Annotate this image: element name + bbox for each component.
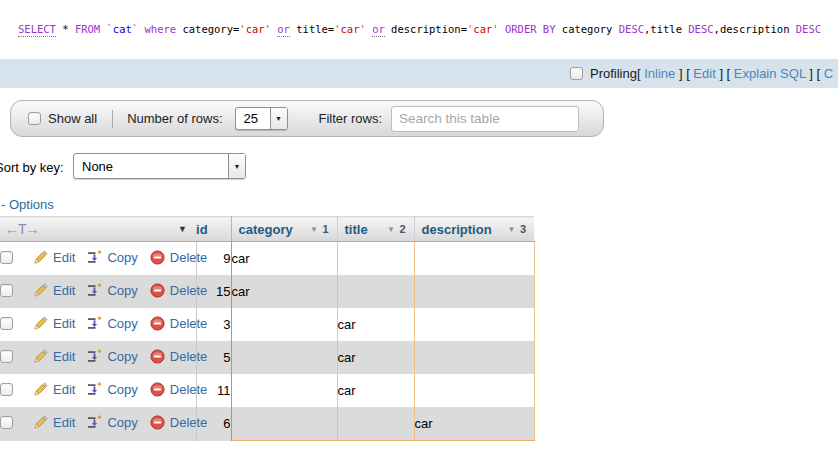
filter-rows-input[interactable] (391, 106, 579, 132)
cell-description: car (414, 407, 534, 441)
description-header-flex: description▾3 (415, 217, 535, 241)
profiling-checkbox[interactable] (570, 67, 583, 80)
relational-display-icon[interactable]: ←T→ (5, 221, 39, 237)
cell-category (231, 407, 337, 441)
copy-link[interactable]: Copy (107, 283, 137, 298)
show-all-label: Show all (48, 111, 97, 126)
delete-link[interactable]: Delete (170, 349, 208, 364)
profiling-controls: Profiling [ Inline ] [ Edit ] [ Explain … (570, 59, 833, 88)
sql-token: ,title (644, 23, 688, 35)
sql-token: car (341, 23, 360, 35)
row-checkbox[interactable] (0, 284, 13, 297)
sql-token: DESC (688, 23, 713, 35)
profiling-link-inline[interactable]: Inline (644, 66, 675, 81)
sql-token: or (277, 22, 290, 37)
row-checkbox[interactable] (0, 383, 13, 396)
copy-insert-icon (87, 316, 102, 331)
sql-token: or (372, 22, 385, 37)
copy-link[interactable]: Copy (107, 415, 137, 430)
table-row: EditCopyDelete5car (0, 341, 534, 374)
edit-link[interactable]: Edit (53, 283, 75, 298)
row-action-delete: Delete (150, 283, 208, 298)
sort-key-value: None (74, 154, 228, 178)
rows-per-page-label: Number of rows: (127, 111, 222, 126)
column-header-title[interactable]: title▾2 (337, 217, 414, 242)
collapse-columns-icon[interactable]: ▼ (178, 224, 187, 234)
table-row: EditCopyDelete3car (0, 308, 534, 341)
results-table-grid: ←T→▼idcategory▾1title▾2description▾3Edit… (0, 216, 535, 441)
delete-link[interactable]: Delete (170, 415, 208, 430)
toolbar-divider (112, 110, 113, 128)
cell-title: car (337, 341, 414, 374)
copy-link[interactable]: Copy (107, 382, 137, 397)
cell-description (414, 374, 534, 407)
row-actions-cell: EditCopyDelete (28, 407, 196, 441)
sort-by-key-label: Sort by key: (0, 160, 64, 175)
row-select-cell (0, 341, 28, 374)
options-toggle-link[interactable]: - Options (1, 197, 54, 212)
copy-link[interactable]: Copy (107, 316, 137, 331)
row-checkbox[interactable] (0, 416, 13, 429)
row-action-copy: Copy (87, 283, 137, 298)
sql-token: * (56, 23, 75, 35)
row-checkbox[interactable] (0, 350, 13, 363)
sql-token: car (246, 23, 265, 35)
column-label-category: category (239, 222, 293, 237)
table-row: EditCopyDelete6car (0, 407, 534, 441)
edit-pencil-icon (33, 349, 48, 364)
rows-per-page-select[interactable]: 25 ▼ (235, 107, 288, 130)
row-action-delete: Delete (150, 250, 208, 265)
row-action-delete: Delete (150, 415, 208, 430)
row-select-cell (0, 374, 28, 407)
column-header-id[interactable]: id (196, 217, 231, 242)
profiling-link-edit[interactable]: Edit (693, 66, 715, 81)
profiling-link-partial[interactable]: C (824, 66, 833, 81)
edit-link[interactable]: Edit (53, 316, 75, 331)
row-select-cell (0, 308, 28, 341)
chevron-down-icon: ▼ (228, 154, 245, 178)
delete-minus-icon (150, 349, 165, 364)
edit-link[interactable]: Edit (53, 382, 75, 397)
copy-link[interactable]: Copy (107, 250, 137, 265)
copy-insert-icon (87, 349, 102, 364)
sort-key-select[interactable]: None ▼ (73, 153, 246, 179)
delete-link[interactable]: Delete (170, 382, 208, 397)
row-action-copy: Copy (87, 382, 137, 397)
sql-query: SELECT * FROM `cat` where category='car'… (18, 22, 821, 37)
delete-link[interactable]: Delete (170, 250, 208, 265)
query-actions-bar: Profiling [ Inline ] [ Edit ] [ Explain … (0, 59, 838, 88)
copy-insert-icon (87, 415, 102, 430)
delete-minus-icon (150, 316, 165, 331)
row-select-cell (0, 242, 28, 276)
row-checkbox[interactable] (0, 317, 13, 330)
row-action-copy: Copy (87, 316, 137, 331)
sort-desc-icon: ▾ (509, 224, 514, 234)
cell-description (414, 308, 534, 341)
copy-insert-icon (87, 250, 102, 265)
edit-pencil-icon (33, 415, 48, 430)
sql-token: category= (176, 23, 239, 35)
sort-order-number: 2 (399, 223, 405, 235)
row-checkbox[interactable] (0, 251, 13, 264)
profiling-link-explain-sql[interactable]: Explain SQL (734, 66, 806, 81)
chevron-down-icon: ▼ (270, 108, 287, 129)
sql-token: where (144, 23, 176, 35)
sql-token: category (556, 23, 619, 35)
sql-token: car (473, 23, 492, 35)
edit-link[interactable]: Edit (53, 349, 75, 364)
column-header-actions: ←T→▼ (0, 217, 196, 242)
column-header-category[interactable]: category▾1 (231, 217, 337, 242)
profiling-label: Profiling (590, 66, 637, 81)
phpmyadmin-results-page: SELECT * FROM `cat` where category='car'… (0, 0, 838, 450)
show-all-checkbox[interactable] (28, 112, 41, 125)
delete-link[interactable]: Delete (170, 316, 208, 331)
cell-category (231, 341, 337, 374)
copy-link[interactable]: Copy (107, 349, 137, 364)
sql-token: description= (385, 23, 467, 35)
edit-link[interactable]: Edit (53, 250, 75, 265)
delete-link[interactable]: Delete (170, 283, 208, 298)
row-action-edit: Edit (33, 349, 75, 364)
column-header-description[interactable]: description▾3 (414, 217, 534, 242)
edit-link[interactable]: Edit (53, 415, 75, 430)
sql-token: ' (492, 23, 498, 35)
